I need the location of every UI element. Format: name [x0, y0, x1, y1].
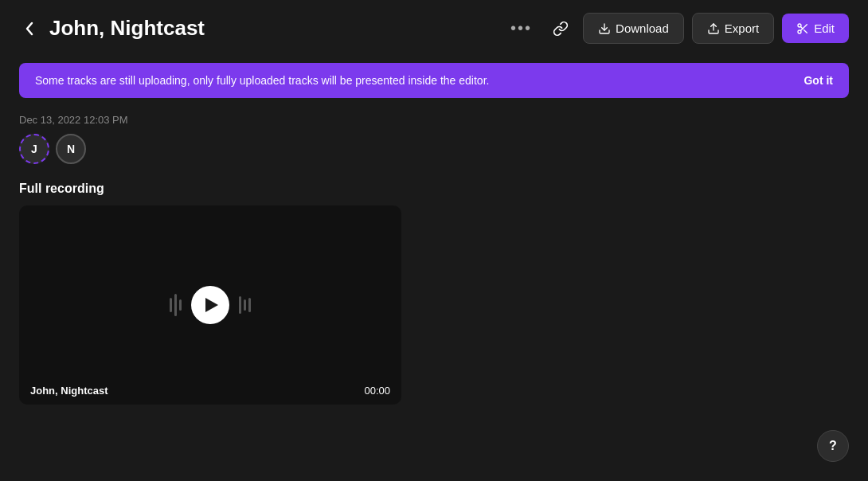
meta-section: Dec 13, 2022 12:03 PM J N: [0, 104, 868, 182]
help-button[interactable]: ?: [817, 430, 849, 462]
bar-4: [239, 296, 241, 314]
bar-3: [179, 299, 182, 311]
bar-1: [170, 298, 172, 312]
bar-5: [244, 299, 246, 311]
play-icon: [205, 298, 218, 312]
download-button[interactable]: Download: [583, 13, 684, 44]
bar-2: [174, 294, 177, 316]
chevron-left-icon: [25, 22, 33, 36]
export-button[interactable]: Export: [692, 13, 774, 44]
recording-date: Dec 13, 2022 12:03 PM: [19, 114, 849, 126]
avatar-n: N: [56, 134, 86, 164]
waveform-left: [170, 294, 182, 316]
waveform-right: [239, 296, 251, 314]
header: John, Nightcast ••• Download: [0, 0, 868, 57]
audio-timestamp: 00:00: [364, 385, 390, 397]
download-icon: [598, 22, 611, 35]
play-button[interactable]: [191, 286, 229, 324]
player-controls: [170, 286, 251, 324]
edit-button[interactable]: Edit: [782, 14, 849, 43]
download-label: Download: [616, 22, 669, 35]
copy-link-button[interactable]: [546, 14, 575, 43]
scissors-icon: [796, 22, 809, 35]
link-icon: [553, 21, 569, 37]
bar-6: [248, 298, 251, 312]
content-section: Full recording John, Nightcast 00:00: [0, 182, 868, 405]
upload-banner: Some tracks are still uploading, only fu…: [19, 63, 849, 98]
audio-player-card: John, Nightcast 00:00: [19, 205, 401, 405]
header-actions: ••• Download Export: [504, 13, 849, 44]
back-button[interactable]: [19, 18, 40, 39]
page-title: John, Nightcast: [49, 16, 495, 41]
svg-line-5: [804, 29, 807, 33]
edit-label: Edit: [814, 22, 835, 35]
more-icon: •••: [510, 19, 532, 37]
help-icon: ?: [829, 439, 837, 453]
more-options-button[interactable]: •••: [504, 13, 538, 44]
section-title: Full recording: [19, 182, 849, 196]
audio-track-title: John, Nightcast: [30, 385, 108, 397]
banner-dismiss-button[interactable]: Got it: [803, 74, 833, 87]
banner-message: Some tracks are still uploading, only fu…: [35, 74, 489, 87]
audio-card-footer: John, Nightcast 00:00: [19, 377, 401, 405]
export-label: Export: [725, 22, 759, 35]
export-icon: [707, 22, 720, 35]
svg-line-6: [801, 26, 803, 29]
participant-avatars: J N: [19, 134, 849, 164]
avatar-j: J: [19, 134, 49, 164]
